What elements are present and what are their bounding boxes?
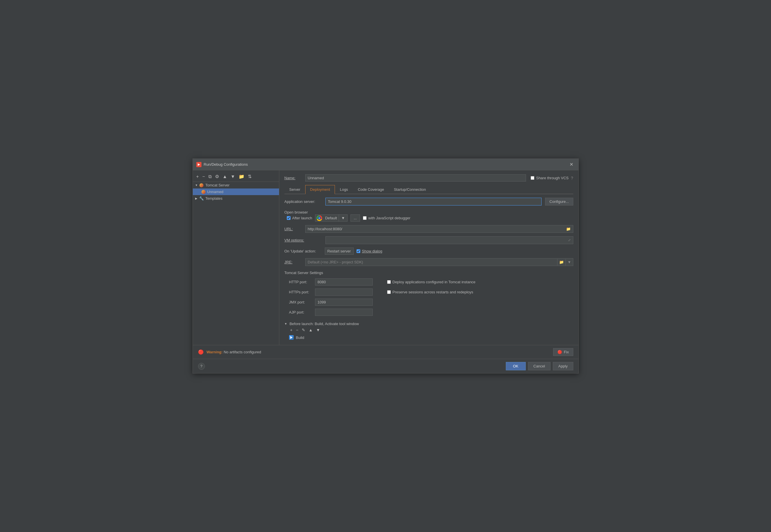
tab-code-coverage[interactable]: Code Coverage [353, 185, 389, 194]
tab-deployment[interactable]: Deployment [305, 185, 335, 194]
before-launch-add-button[interactable]: + [289, 327, 294, 333]
share-help-icon[interactable]: ? [571, 176, 573, 180]
jre-folder-icon[interactable]: 📁 [557, 259, 565, 265]
remove-config-button[interactable]: − [201, 173, 206, 180]
http-port-row: HTTP port: Deploy applications configure… [289, 278, 573, 286]
run-debug-dialog: ▶ Run/Debug Configurations ✕ + − ⧉ ⚙ ▲ ▼… [193, 159, 579, 373]
name-field-label: Name: [284, 176, 302, 180]
unnamed-config-item[interactable]: Unnamed [193, 188, 279, 195]
show-dialog-checkbox[interactable] [357, 249, 360, 253]
tab-server[interactable]: Server [284, 185, 305, 194]
tab-startup-connection[interactable]: Startup/Connection [389, 185, 431, 194]
before-launch-edit-button[interactable]: ✎ [301, 327, 306, 333]
configure-button[interactable]: Configure... [545, 198, 573, 205]
jmx-port-row: JMX port: [289, 299, 573, 306]
apply-button[interactable]: Apply [553, 362, 573, 370]
app-server-dropdown-container: Tomcat 9.0.30 [325, 198, 542, 205]
js-debugger-label[interactable]: with JavaScript debugger [363, 216, 410, 220]
tomcat-settings: HTTP port: Deploy applications configure… [284, 278, 573, 316]
copy-config-button[interactable]: ⧉ [207, 173, 213, 180]
warning-bar: 🔴 Warning: No artifacts configured 🔴 Fix [193, 345, 578, 359]
jre-arrow-icon[interactable]: ▼ [565, 259, 573, 265]
open-browser-content: After launch Default ▼ ... with JavaScri… [284, 214, 573, 222]
before-launch-up-button[interactable]: ▲ [308, 327, 314, 333]
vm-options-row: VM options: ⤢ [284, 236, 573, 244]
browser-arrow-button[interactable]: ▼ [339, 215, 347, 221]
js-debugger-checkbox[interactable] [363, 216, 367, 220]
preserve-sessions-checkbox[interactable] [387, 290, 391, 294]
chrome-icon [316, 215, 322, 221]
name-row: Name: Share through VCS ? [284, 174, 573, 182]
help-button[interactable]: ? [198, 363, 205, 370]
left-toolbar: + − ⧉ ⚙ ▲ ▼ 📁 ⇅ [193, 171, 279, 182]
templates-label: Templates [206, 196, 223, 201]
vm-options-input[interactable] [326, 237, 566, 244]
add-config-button[interactable]: + [195, 173, 200, 180]
https-port-input[interactable] [315, 288, 373, 296]
show-dialog-label[interactable]: Show dialog [357, 249, 382, 253]
fix-button-label: Fix [564, 350, 569, 354]
unnamed-tomcat-icon [201, 190, 206, 194]
unnamed-label: Unnamed [207, 190, 223, 194]
open-browser-label: Open browser [284, 210, 573, 214]
share-vcs-label[interactable]: Share through VCS [531, 176, 569, 180]
jmx-port-group: JMX port: [289, 299, 373, 306]
main-content: + − ⧉ ⚙ ▲ ▼ 📁 ⇅ ▼ Tomcat Server Unnamed [193, 170, 578, 345]
http-port-group: HTTP port: [289, 278, 373, 286]
browser-row: After launch Default ▼ ... with JavaScri… [287, 214, 573, 222]
restart-server-dropdown[interactable]: Restart server [325, 248, 354, 255]
folder-button[interactable]: 📁 [237, 173, 246, 180]
jmx-port-input[interactable] [315, 299, 373, 306]
browser-select-text: Default [323, 215, 339, 221]
vm-options-label: VM options: [284, 238, 322, 242]
app-icon: ▶ [196, 162, 201, 167]
vm-expand-icon[interactable]: ⤢ [566, 237, 573, 243]
name-input[interactable] [305, 174, 526, 182]
tomcat-server-group[interactable]: ▼ Tomcat Server [193, 182, 279, 188]
sort-button[interactable]: ⇅ [247, 173, 253, 180]
deploy-apps-label: Deploy applications configured in Tomcat… [393, 280, 476, 284]
ajp-port-input[interactable] [315, 309, 373, 316]
app-server-dropdown[interactable]: Tomcat 9.0.30 [325, 198, 542, 205]
deploy-apps-checkbox[interactable] [387, 280, 391, 284]
tomcat-settings-title: Tomcat Server Settings [284, 271, 573, 275]
after-launch-checkbox[interactable] [287, 216, 291, 220]
browser-dots-button[interactable]: ... [350, 214, 360, 222]
before-launch-down-button[interactable]: ▼ [315, 327, 321, 333]
dialog-title: Run/Debug Configurations [204, 162, 248, 167]
on-update-label: On 'Update' action: [284, 249, 322, 253]
before-launch-arrow-icon: ▼ [284, 322, 287, 325]
before-launch-header[interactable]: ▼ Before launch: Build, Activate tool wi… [284, 322, 573, 326]
app-server-row: Application server: Tomcat 9.0.30 Config… [284, 198, 573, 205]
browser-dropdown-wrap: Default ▼ [315, 214, 348, 222]
share-row: Share through VCS ? [531, 176, 573, 180]
move-down-button[interactable]: ▼ [229, 173, 236, 180]
close-button[interactable]: ✕ [568, 161, 575, 168]
app-server-label: Application server: [284, 199, 322, 204]
http-port-input[interactable] [315, 278, 373, 286]
settings-button[interactable]: ⚙ [214, 173, 220, 180]
bottom-bar: ? OK Cancel Apply [193, 359, 578, 373]
ajp-port-group: AJP port: [289, 309, 373, 316]
tomcat-server-label: Tomcat Server [205, 183, 229, 187]
build-arrow-icon [290, 336, 293, 339]
url-folder-icon[interactable]: 📁 [564, 226, 573, 232]
templates-item[interactable]: ▶ 🔧 Templates [193, 195, 279, 202]
tab-logs[interactable]: Logs [335, 185, 353, 194]
fix-button[interactable]: 🔴 Fix [553, 348, 573, 356]
jre-input-wrap: Default (<no JRE> - project SDK) 📁 ▼ [305, 258, 573, 266]
cancel-button[interactable]: Cancel [528, 362, 551, 370]
url-input[interactable] [306, 225, 564, 233]
after-launch-label[interactable]: After launch [287, 216, 312, 220]
warning-bold: Warning: [207, 350, 223, 354]
url-row: URL: 📁 [284, 225, 573, 233]
deploy-apps-option[interactable]: Deploy applications configured in Tomcat… [387, 280, 476, 284]
move-up-button[interactable]: ▲ [221, 173, 228, 180]
share-vcs-checkbox[interactable] [531, 176, 534, 180]
jre-row: JRE: Default (<no JRE> - project SDK) 📁 … [284, 258, 573, 266]
http-port-label: HTTP port: [289, 280, 312, 284]
before-launch-remove-button[interactable]: − [295, 327, 299, 333]
url-label: URL: [284, 227, 302, 231]
ok-button[interactable]: OK [506, 362, 526, 370]
preserve-sessions-option[interactable]: Preserve sessions across restarts and re… [387, 290, 473, 294]
